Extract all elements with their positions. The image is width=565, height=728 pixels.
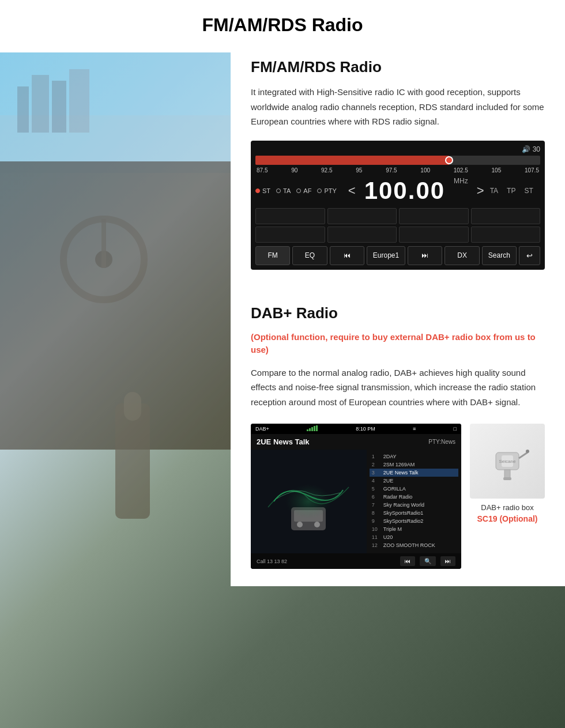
station-7[interactable]: 7 Sky Racing World (370, 501, 458, 509)
dab-panel: DAB+ Radio (Optional function, require t… (231, 287, 565, 587)
svg-rect-13 (309, 428, 311, 431)
radio-freq-display: < 100.00 MHz > (348, 177, 484, 205)
freq-next-btn[interactable]: > (477, 183, 484, 198)
freq-label-100: 100 (420, 167, 430, 173)
dab-ui-screenshot: DAB+ 8:10 PM ≡ □ (251, 424, 461, 569)
radio-options: ST TA AF PTY (255, 177, 540, 205)
svg-rect-14 (311, 427, 313, 431)
dab-call-text: Call 13 13 82 (257, 559, 287, 564)
dab-desc: Compare to the normal analog radio, DAB+… (251, 365, 545, 410)
fm-button[interactable]: FM (255, 246, 290, 265)
preset-5[interactable] (255, 227, 325, 243)
svg-rect-15 (314, 426, 315, 431)
svg-rect-26 (503, 477, 511, 480)
page-title: FM/AM/RDS Radio (12, 14, 553, 36)
freq-label-95: 95 (356, 167, 362, 173)
freq-label-92: 92.5 (321, 167, 332, 173)
dab-box-section: Seicane DAB+ radio box SC19 (Optional) (470, 424, 545, 523)
svg-rect-25 (504, 470, 510, 478)
volume-indicator: 🔊 30 (522, 145, 540, 153)
station-4[interactable]: 4 2UE (370, 477, 458, 485)
dab-section-title: DAB+ Radio (251, 304, 545, 322)
radio-ui: 🔊 30 87.5 90 92.5 95 97.5 100 (251, 141, 545, 270)
svg-text:Seicane: Seicane (499, 459, 516, 464)
svg-point-28 (526, 450, 529, 453)
dab-box-svg: Seicane (484, 438, 530, 484)
volume-icon: 🔊 (522, 145, 530, 153)
radio-progress-bar[interactable] (255, 156, 540, 165)
dab-prev-btn[interactable]: ⏮ (400, 556, 415, 566)
main-wrapper: FM/AM/RDS Radio FM/AM/RDS (0, 0, 565, 586)
dab-box-label: DAB+ radio box (470, 503, 545, 512)
station-11[interactable]: 11 U20 (370, 533, 458, 541)
svg-rect-12 (307, 429, 308, 431)
svg-point-20 (314, 522, 320, 527)
option-ta[interactable]: TA (276, 187, 291, 194)
preset-6[interactable] (327, 227, 397, 243)
station-12[interactable]: 12 ZOO SMOOTH ROCK (370, 541, 458, 549)
next-button[interactable]: ⏭ (408, 246, 442, 265)
dab-search-btn[interactable]: 🔍 (420, 556, 436, 566)
dab-body: 1 2DAY 2 2SM 1269AM 3 2UE News Talk (251, 450, 461, 553)
prev-button[interactable]: ⏮ (330, 246, 364, 265)
freq-label-107: 107.5 (525, 167, 539, 173)
dab-station-name: 2UE News Talk (257, 437, 310, 446)
dab-status-bar: DAB+ 8:10 PM ≡ □ (251, 424, 461, 434)
station-2[interactable]: 2 2SM 1269AM (370, 461, 458, 469)
dab-next-btn[interactable]: ⏭ (440, 556, 455, 566)
preset-7[interactable] (399, 227, 469, 243)
freq-label-105: 105 (492, 167, 502, 173)
preset-8[interactable] (471, 227, 541, 243)
dab-station-list: 1 2DAY 2 2SM 1269AM 3 2UE News Talk (367, 450, 461, 553)
fm-section-desc: It integrated with High-Sensitive radio … (251, 85, 545, 129)
station-6[interactable]: 6 Radar Radio (370, 493, 458, 501)
freq-label-90: 90 (291, 167, 297, 173)
station-3[interactable]: 3 2UE News Talk (370, 469, 458, 477)
radio-progress-dot (445, 156, 453, 164)
radio-freq-labels: 87.5 90 92.5 95 97.5 100 102.5 105 107.5 (255, 167, 540, 173)
eq-button[interactable]: EQ (292, 246, 327, 265)
dot-ta (276, 188, 281, 193)
dab-wave-svg (262, 467, 355, 536)
station-1[interactable]: 1 2DAY (370, 452, 458, 461)
search-button[interactable]: Search (482, 246, 517, 265)
svg-rect-16 (316, 425, 318, 431)
freq-label-87: 87.5 (257, 167, 268, 173)
radio-freq-num: 100.00 (364, 177, 445, 205)
dot-af (296, 188, 301, 193)
dab-images-row: DAB+ 8:10 PM ≡ □ (251, 424, 545, 569)
fm-section-title: FM/AM/RDS Radio (251, 58, 545, 76)
dab-box-model: SC19 (Optional) (470, 514, 545, 523)
freq-label-97: 97.5 (386, 167, 397, 173)
dot-st (255, 188, 260, 193)
station-10[interactable]: 10 Triple M (370, 525, 458, 533)
station-5[interactable]: 5 GORILLA (370, 485, 458, 493)
dab-header: 2UE News Talk PTY:News (251, 434, 461, 450)
preset-4[interactable] (471, 208, 541, 224)
radio-progress-fill (255, 156, 449, 165)
station-9[interactable]: 9 SkySportsRadio2 (370, 517, 458, 525)
svg-line-27 (519, 452, 528, 458)
svg-point-21 (285, 484, 332, 519)
option-st[interactable]: ST (255, 187, 270, 194)
station-8[interactable]: 8 SkySportsRadio1 (370, 509, 458, 517)
radio-ta-tp: TA TP ST (490, 187, 533, 195)
option-af[interactable]: AF (296, 187, 311, 194)
radio-top-bar: 🔊 30 (255, 145, 540, 153)
option-pty[interactable]: PTY (317, 187, 336, 194)
dab-visual (251, 450, 367, 553)
dot-pty (317, 188, 322, 193)
fm-section: FM/AM/RDS Radio It integrated with High-… (0, 41, 565, 287)
back-button[interactable]: ↩ (519, 246, 540, 265)
dab-box-image: Seicane (470, 424, 545, 499)
preset-2[interactable] (327, 208, 397, 224)
freq-prev-btn[interactable]: < (348, 183, 356, 198)
dab-close-icon[interactable]: □ (454, 426, 457, 432)
europe1-button[interactable]: Europe1 (367, 246, 405, 265)
dab-time: 8:10 PM (356, 426, 375, 432)
radio-presets-row1 (255, 208, 540, 224)
radio-buttons: FM EQ ⏮ Europe1 ⏭ DX Search ↩ (255, 246, 540, 265)
dx-button[interactable]: DX (445, 246, 479, 265)
preset-1[interactable] (255, 208, 325, 224)
preset-3[interactable] (399, 208, 469, 224)
